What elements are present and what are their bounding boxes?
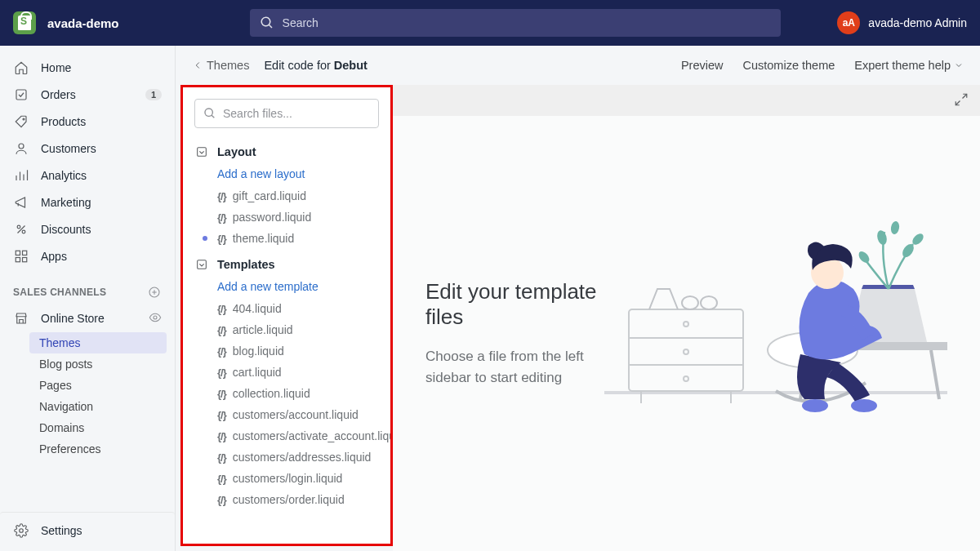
- add-channel-icon[interactable]: [147, 285, 162, 300]
- svg-rect-10: [16, 251, 20, 255]
- svg-line-21: [963, 94, 967, 98]
- add-file-link[interactable]: Add a new template: [183, 275, 390, 298]
- file-search[interactable]: [194, 99, 379, 128]
- sidebar-sub-blog-posts[interactable]: Blog posts: [0, 353, 175, 375]
- user-area[interactable]: aA avada-demo Admin: [837, 11, 967, 34]
- file-row[interactable]: {/}gift_card.liquid: [183, 185, 390, 207]
- file-row[interactable]: {/}404.liquid: [183, 298, 390, 319]
- expert-help-dropdown[interactable]: Expert theme help: [854, 59, 964, 72]
- topbar: S avada-demo aA avada-demo Admin: [0, 0, 980, 46]
- content-area: Themes Edit code for Debut Preview Custo…: [176, 46, 980, 551]
- sidebar-item-customers[interactable]: Customers: [0, 136, 175, 162]
- customers-icon: [13, 140, 29, 157]
- sidebar-sub-domains[interactable]: Domains: [0, 417, 175, 438]
- page-title: Edit code for Debut: [264, 59, 368, 72]
- file-row[interactable]: {/}password.liquid: [183, 207, 390, 228]
- svg-point-18: [20, 529, 24, 533]
- view-store-icon[interactable]: [149, 311, 162, 327]
- sidebar-item-label: Orders: [41, 88, 76, 101]
- badge: 1: [145, 89, 162, 100]
- editor-heading: Edit your template files: [425, 279, 604, 330]
- file-name: password.liquid: [233, 211, 312, 224]
- search-icon: [203, 107, 216, 120]
- chevron-down-icon: [954, 60, 964, 70]
- liquid-file-icon: {/}: [217, 345, 226, 358]
- preview-link[interactable]: Preview: [681, 59, 724, 72]
- sidebar-item-label: Online Store: [41, 312, 105, 325]
- store-icon: [13, 310, 29, 327]
- sidebar-sub-preferences[interactable]: Preferences: [0, 438, 175, 460]
- svg-point-41: [857, 249, 871, 264]
- sidebar-item-label: Customers: [41, 142, 96, 155]
- sidebar-sub-navigation[interactable]: Navigation: [0, 396, 175, 417]
- sidebar-item-products[interactable]: Products: [0, 109, 175, 135]
- file-row[interactable]: {/}collection.liquid: [183, 383, 390, 404]
- primary-nav: HomeOrders1ProductsCustomersAnalyticsMar…: [0, 46, 176, 551]
- file-name: customers/account.liquid: [233, 408, 359, 421]
- file-name: cart.liquid: [233, 366, 282, 379]
- expand-icon[interactable]: [954, 92, 969, 109]
- file-browser-scroll[interactable]: LayoutAdd a new layout{/}gift_card.liqui…: [183, 87, 390, 532]
- file-name: customers/order.liquid: [233, 493, 345, 506]
- sidebar-item-settings[interactable]: Settings: [0, 512, 175, 550]
- sidebar-item-label: Apps: [41, 250, 67, 263]
- file-search-input[interactable]: [223, 107, 370, 120]
- file-section-header[interactable]: Templates: [183, 249, 390, 275]
- sidebar-item-marketing[interactable]: Marketing: [0, 189, 175, 216]
- back-label: Themes: [207, 59, 249, 72]
- liquid-file-icon: {/}: [217, 388, 226, 400]
- file-row[interactable]: {/}customers/login.liquid: [183, 468, 390, 489]
- file-name: customers/login.liquid: [233, 472, 343, 485]
- sidebar-item-label: Settings: [41, 524, 82, 537]
- sidebar-item-analytics[interactable]: Analytics: [0, 162, 175, 189]
- sidebar-item-apps[interactable]: Apps: [0, 243, 175, 269]
- liquid-file-icon: {/}: [217, 190, 226, 202]
- file-row[interactable]: {/}customers/order.liquid: [183, 489, 390, 510]
- search-icon: [260, 16, 274, 30]
- apps-icon: [13, 248, 29, 264]
- svg-point-27: [684, 322, 688, 327]
- editor-toolbar: [393, 85, 980, 116]
- modified-dot-icon: [203, 236, 207, 241]
- shopify-logo[interactable]: S: [13, 11, 36, 34]
- svg-rect-13: [23, 258, 27, 262]
- analytics-icon: [13, 167, 29, 184]
- sidebar-item-online-store[interactable]: Online Store: [0, 305, 175, 331]
- svg-point-8: [22, 230, 25, 233]
- liquid-file-icon: {/}: [217, 367, 226, 379]
- customize-theme-link[interactable]: Customize theme: [742, 59, 835, 72]
- global-search[interactable]: [250, 9, 781, 37]
- file-row[interactable]: {/}article.liquid: [183, 319, 390, 340]
- file-row[interactable]: {/}blog.liquid: [183, 340, 390, 362]
- marketing-icon: [13, 194, 29, 211]
- add-file-link[interactable]: Add a new layout: [183, 162, 390, 185]
- sidebar-sub-themes[interactable]: Themes: [29, 332, 167, 353]
- file-name: collection.liquid: [233, 387, 310, 400]
- svg-line-22: [956, 100, 960, 104]
- global-search-input[interactable]: [283, 16, 771, 29]
- sidebar-item-home[interactable]: Home: [0, 55, 175, 81]
- svg-rect-19: [198, 148, 207, 157]
- horizontal-scrollbar[interactable]: [183, 532, 390, 544]
- file-row[interactable]: {/}cart.liquid: [183, 362, 390, 383]
- svg-rect-20: [198, 260, 207, 269]
- products-icon: [13, 113, 29, 130]
- file-row[interactable]: {/}customers/account.liquid: [183, 404, 390, 425]
- sales-channels-header: SALES CHANNELS: [0, 270, 175, 304]
- file-row[interactable]: {/}customers/activate_account.liquid: [183, 425, 390, 447]
- sidebar-item-orders[interactable]: Orders1: [0, 82, 175, 108]
- svg-point-7: [17, 225, 20, 229]
- file-row[interactable]: {/}customers/addresses.liquid: [183, 447, 390, 468]
- svg-point-46: [851, 399, 877, 412]
- back-to-themes[interactable]: Themes: [192, 59, 249, 72]
- editor-main: Edit your template files Choose a file f…: [393, 85, 980, 551]
- avatar: aA: [837, 11, 860, 34]
- sidebar-sub-pages[interactable]: Pages: [0, 375, 175, 396]
- svg-point-29: [684, 376, 688, 381]
- sidebar-item-discounts[interactable]: Discounts: [0, 216, 175, 242]
- file-name: 404.liquid: [233, 302, 282, 315]
- file-section-header[interactable]: Layout: [183, 136, 390, 162]
- sidebar-item-label: Home: [41, 61, 71, 74]
- orders-icon: [13, 87, 29, 103]
- file-row[interactable]: {/}theme.liquid: [183, 228, 390, 249]
